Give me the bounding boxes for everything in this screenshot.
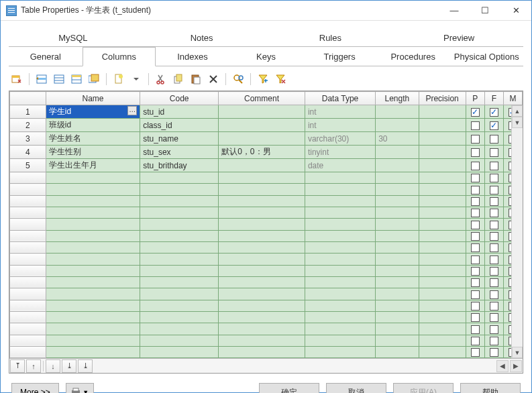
paste-button[interactable] xyxy=(188,72,204,87)
row-number[interactable] xyxy=(10,172,46,184)
checkbox[interactable] xyxy=(490,337,498,345)
checkbox[interactable] xyxy=(490,121,498,130)
row-number[interactable] xyxy=(10,265,46,276)
checkbox[interactable] xyxy=(471,278,480,287)
table-row[interactable]: 2班级idclass_idint xyxy=(10,119,523,132)
minimize-button[interactable]: — xyxy=(439,1,470,21)
delete-button[interactable] xyxy=(205,72,221,87)
checkbox[interactable] xyxy=(471,256,480,264)
cell-name[interactable]: 学生id… xyxy=(46,105,140,119)
col-header[interactable] xyxy=(10,92,46,105)
table-row[interactable] xyxy=(10,311,523,323)
filter-button[interactable] xyxy=(255,72,271,87)
table-row[interactable] xyxy=(10,207,523,218)
checkbox[interactable] xyxy=(490,174,498,182)
checkbox[interactable] xyxy=(471,135,480,144)
checkbox[interactable] xyxy=(471,290,480,299)
table-row[interactable] xyxy=(10,265,523,276)
row-number[interactable] xyxy=(10,195,46,207)
maximize-button[interactable]: ☐ xyxy=(470,1,500,21)
tab-columns[interactable]: Columns xyxy=(83,47,156,66)
col-header[interactable]: Comment xyxy=(219,92,305,105)
checkbox[interactable] xyxy=(490,302,498,311)
cell-ellipsis-button[interactable]: … xyxy=(127,106,137,115)
cell-p[interactable] xyxy=(466,132,484,146)
row-number[interactable] xyxy=(10,207,46,218)
col-header[interactable]: Length xyxy=(376,92,419,105)
row-number[interactable]: 1 xyxy=(10,105,46,119)
nav-up-button[interactable]: ↑ xyxy=(26,359,41,373)
tab-keys[interactable]: Keys xyxy=(229,47,303,66)
cell-comment[interactable] xyxy=(219,119,305,132)
checkbox[interactable] xyxy=(490,232,498,241)
cell-datatype[interactable]: date xyxy=(305,159,375,172)
table-row[interactable] xyxy=(10,300,523,311)
table-row[interactable] xyxy=(10,219,523,230)
tab-notes[interactable]: Notes xyxy=(138,28,266,47)
checkbox[interactable] xyxy=(471,174,480,182)
table-row[interactable] xyxy=(10,346,523,357)
nav-first-button[interactable]: ⤒ xyxy=(10,359,25,373)
cell-precision[interactable] xyxy=(419,132,466,146)
cell-comment[interactable] xyxy=(219,159,305,172)
print-dropdown-button[interactable]: ▼ xyxy=(66,383,94,393)
cell-f[interactable] xyxy=(484,132,503,146)
dropdown-button[interactable] xyxy=(128,72,144,87)
add-row-button[interactable] xyxy=(51,72,67,87)
checkbox[interactable] xyxy=(490,108,498,117)
copy-button[interactable] xyxy=(170,72,187,87)
cell-name[interactable]: 学生性别 xyxy=(46,146,140,159)
cell-code[interactable]: stu_id xyxy=(140,105,219,119)
row-number[interactable] xyxy=(10,335,46,346)
table-row[interactable] xyxy=(10,335,523,346)
row-number[interactable] xyxy=(10,184,46,195)
cell-datatype[interactable]: int xyxy=(305,105,375,119)
checkbox[interactable] xyxy=(490,290,498,299)
scroll-end-icon[interactable]: ▼ xyxy=(512,347,523,358)
cell-p[interactable] xyxy=(466,146,484,159)
checkbox[interactable] xyxy=(490,256,498,264)
row-number[interactable]: 2 xyxy=(10,119,46,132)
row-number[interactable] xyxy=(10,230,46,241)
col-header[interactable]: Precision xyxy=(419,92,466,105)
checkbox[interactable] xyxy=(490,209,498,217)
table-row[interactable] xyxy=(10,195,523,207)
cell-code[interactable]: class_id xyxy=(140,119,219,132)
cell-datatype[interactable]: int xyxy=(305,119,375,132)
more-button[interactable]: More >> xyxy=(11,383,59,393)
grid-table[interactable]: NameCodeCommentData TypeLengthPrecisionP… xyxy=(9,91,523,358)
checkbox[interactable] xyxy=(471,197,480,206)
cell-comment[interactable] xyxy=(219,132,305,146)
ok-button[interactable]: 确定 xyxy=(259,383,319,393)
tab-triggers[interactable]: Triggers xyxy=(303,47,376,66)
col-header[interactable]: F xyxy=(484,92,503,105)
tab-general[interactable]: General xyxy=(9,47,83,66)
checkbox[interactable] xyxy=(490,221,498,229)
cancel-button[interactable]: 取消 xyxy=(326,383,386,393)
checkbox[interactable] xyxy=(490,267,498,276)
row-number[interactable] xyxy=(10,288,46,300)
table-row[interactable] xyxy=(10,172,523,184)
cell-f[interactable] xyxy=(484,159,503,172)
help-button[interactable]: 帮助 xyxy=(460,383,521,393)
hscroll-right-icon[interactable]: ▶ xyxy=(510,360,522,372)
checkbox[interactable] xyxy=(471,121,480,130)
table-row[interactable]: 4学生性别stu_sex默认0，0：男tinyint xyxy=(10,146,523,159)
row-number[interactable] xyxy=(10,219,46,230)
cell-precision[interactable] xyxy=(419,146,466,159)
row-number[interactable]: 5 xyxy=(10,159,46,172)
checkbox[interactable] xyxy=(471,148,480,157)
cell-name[interactable]: 学生出生年月 xyxy=(46,159,140,172)
tab-indexes[interactable]: Indexes xyxy=(156,47,229,66)
checkbox[interactable] xyxy=(471,186,480,194)
table-row[interactable] xyxy=(10,184,523,195)
nav-down-button[interactable]: ↓ xyxy=(46,359,60,373)
checkbox[interactable] xyxy=(490,148,498,157)
checkbox[interactable] xyxy=(471,337,480,345)
cell-precision[interactable] xyxy=(419,159,466,172)
cell-datatype[interactable]: tinyint xyxy=(305,146,375,159)
cell-length[interactable] xyxy=(376,146,419,159)
table-row[interactable] xyxy=(10,288,523,300)
checkbox[interactable] xyxy=(490,135,498,144)
cell-precision[interactable] xyxy=(419,105,466,119)
